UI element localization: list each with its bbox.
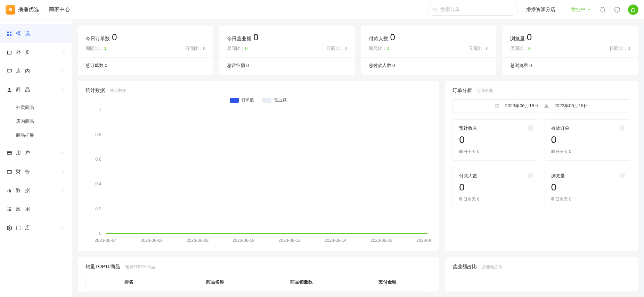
sidebar-item-overview[interactable]: 概 况 (0, 24, 72, 43)
help-icon[interactable]: ? (619, 173, 625, 178)
legend-label: 订单数 (242, 97, 254, 103)
svg-rect-18 (10, 190, 11, 192)
chevron-down-icon (61, 188, 65, 193)
chevron-up-icon (61, 87, 65, 93)
wow-compare: 周同比：0 (369, 45, 389, 52)
stat-value: 0 (390, 32, 395, 43)
card-icon (6, 150, 13, 156)
stat-total: 总订单数 0 (85, 62, 205, 69)
analysis-mini-card: 预计收入 ? 0 昨日全天 0 (453, 119, 538, 161)
sidebar-item-label: 财 务 (16, 169, 31, 175)
table-column-header: 商品名称 (172, 279, 258, 285)
svg-rect-5 (7, 32, 9, 33)
svg-rect-16 (8, 190, 8, 192)
sidebar-item-label: 商 品 (16, 87, 31, 93)
logo-icon: 播 (6, 5, 15, 15)
sidebar-item-finance[interactable]: 财 务 (0, 162, 72, 181)
svg-text:0.4: 0.4 (95, 181, 101, 187)
svg-text:2023-06-08: 2023-06-08 (187, 238, 209, 243)
panel-subtitle: 销量TOP10商品 (125, 264, 155, 270)
sidebar-subitem-product-extension[interactable]: 商品扩展 (0, 128, 72, 142)
svg-point-21 (10, 207, 11, 209)
svg-point-22 (8, 209, 9, 210)
help-icon[interactable]: ? (619, 125, 625, 131)
svg-point-27 (10, 210, 11, 211)
search-input[interactable]: 搜索订单 (427, 4, 518, 16)
store-status-dropdown[interactable]: 营业中 (571, 7, 590, 13)
gear-icon (6, 225, 13, 231)
chevron-down-icon (61, 169, 65, 175)
svg-point-0 (433, 8, 436, 11)
wallet-icon (6, 169, 13, 175)
legend-item-orders[interactable]: 订单数 (230, 97, 254, 103)
svg-text:2023-06-04: 2023-06-04 (95, 238, 117, 243)
svg-point-23 (9, 209, 10, 210)
sidebar-item-delivery[interactable]: 外 卖 (0, 43, 72, 62)
chevron-down-icon (61, 50, 65, 55)
stat-total: 总付款人数 0 (369, 62, 489, 69)
sidebar-item-data[interactable]: 数 据 (0, 181, 72, 200)
sidebar-item-apps[interactable]: 应 用 (0, 200, 72, 219)
legend-item-revenue[interactable]: 营业额 (262, 97, 287, 103)
svg-text:2023-06-14: 2023-06-14 (325, 238, 347, 243)
svg-point-20 (9, 207, 10, 209)
panel-title: 销量TOP10商品 (85, 264, 120, 270)
sidebar-subitem-instore-products[interactable]: 店内商品 (0, 114, 72, 128)
subbrand-title: 商家中心 (49, 6, 70, 13)
svg-text:2023-06-06: 2023-06-06 (140, 238, 163, 243)
table-column-header: 支付金额 (344, 279, 431, 285)
chart-legend: 订单数 营业额 (85, 97, 431, 103)
sidebar-item-label: 店 内 (16, 68, 31, 74)
sidebar-item-products[interactable]: 商 品 (0, 80, 72, 99)
legend-label: 营业额 (274, 97, 287, 103)
help-icon[interactable]: ? (528, 173, 533, 178)
date-to: 2023年06月18日 (554, 103, 588, 109)
svg-rect-8 (10, 34, 11, 36)
dod-compare: 日同比：0 (610, 45, 630, 52)
sidebar-item-label: 概 况 (16, 31, 31, 37)
sidebar-item-label: 用 户 (16, 150, 31, 156)
mini-value: 0 (551, 182, 623, 193)
avatar[interactable] (628, 5, 638, 15)
dod-compare: 日同比：0 (185, 45, 205, 52)
stat-title: 今日订单数 (85, 36, 110, 42)
table-column-header: 排名 (86, 279, 172, 285)
sidebar-item-label: 门 店 (16, 225, 31, 231)
panel-title: 营业额占比 (453, 264, 477, 270)
svg-text:0.8: 0.8 (95, 131, 101, 137)
sidebar-item-instore[interactable]: 店 内 (0, 62, 72, 80)
chevron-down-icon (587, 8, 590, 11)
stat-value: 0 (112, 32, 117, 43)
svg-point-19 (8, 207, 9, 209)
chevron-down-icon (61, 150, 65, 156)
sidebar-item-label: 外 卖 (16, 49, 31, 56)
sidebar-submenu-products: 外卖商品 店内商品 商品扩展 (0, 99, 72, 144)
status-label: 营业中 (571, 7, 586, 13)
sidebar-item-users[interactable]: 用 户 (0, 144, 72, 162)
date-range-picker[interactable]: 2023年06月18日 至 2023年06月18日 (453, 99, 630, 112)
svg-point-28 (9, 227, 10, 229)
chevron-down-icon (61, 68, 65, 74)
date-from: 2023年06月18日 (505, 103, 539, 109)
info-icon[interactable] (613, 6, 621, 14)
box-icon (6, 49, 13, 56)
stat-title: 浏览量 (510, 36, 525, 42)
help-icon[interactable]: ? (528, 125, 533, 131)
wow-compare: 周同比：0 (85, 45, 106, 52)
svg-text:2023-06-10: 2023-06-10 (233, 238, 255, 243)
top10-panel: 销量TOP10商品 销量TOP10商品 排名商品名称商品销量数支付金额 (78, 257, 439, 291)
svg-rect-17 (9, 189, 10, 192)
resource-link[interactable]: 播播资源分店 (526, 7, 555, 13)
mini-value: 0 (551, 134, 623, 145)
svg-text:0.6: 0.6 (95, 156, 101, 162)
search-icon (433, 7, 438, 12)
bell-icon[interactable] (599, 6, 606, 14)
sidebar-subitem-delivery-products[interactable]: 外卖商品 (0, 101, 72, 114)
svg-text:2023-06-12: 2023-06-12 (278, 238, 301, 243)
mini-label: 浏览量 (551, 173, 623, 179)
sidebar-item-label: 数 据 (16, 187, 31, 194)
chevron-down-icon (61, 225, 65, 231)
sidebar-item-store[interactable]: 门 店 (0, 219, 72, 237)
header: 播 播播优选 商家中心 搜索订单 播播资源分店 营业中 (0, 0, 644, 19)
stat-title: 付款人数 (369, 36, 388, 42)
